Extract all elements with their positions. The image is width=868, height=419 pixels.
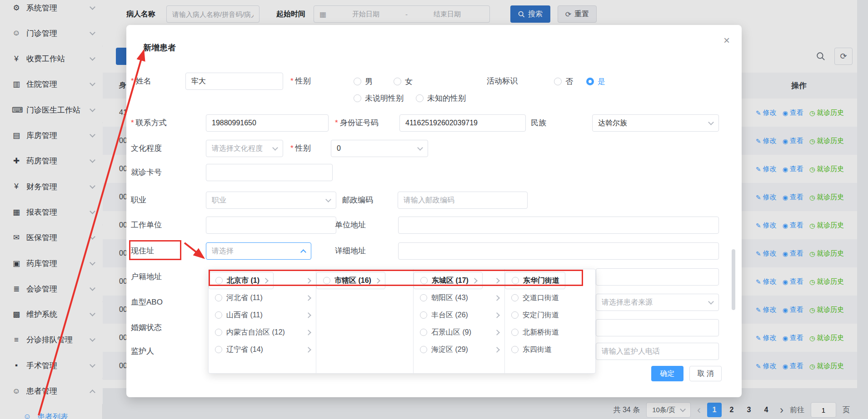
radio-active-no[interactable]: 否: [554, 73, 573, 90]
chevron-right-icon: [305, 278, 311, 284]
cascader-option-label: 河北省 (11): [226, 293, 302, 303]
cascader-option-label: 北京市 (1): [227, 276, 259, 286]
marital-status-input[interactable]: [596, 319, 719, 336]
radio-icon: [420, 346, 427, 353]
radio-gender-unstated[interactable]: 未说明性别: [354, 89, 404, 107]
cascader-option-label: 安定门街道: [523, 311, 591, 320]
cascader-option[interactable]: 东四街道: [505, 341, 596, 358]
chevron-down-icon: [708, 119, 714, 125]
cascader-option[interactable]: 河北省 (11): [209, 289, 316, 306]
cascader-option[interactable]: 北京市 (1): [209, 272, 274, 289]
cascader-option[interactable]: 北新桥街道: [505, 324, 596, 341]
ethnicity-label: 民族: [531, 114, 546, 132]
current-address-label: 现住址: [131, 242, 154, 260]
modal-scrollbar[interactable]: [732, 249, 735, 310]
cascader-column-4: 东华门街道景山街道交道口街道安定门街道北新桥街道东四街道: [505, 269, 596, 373]
cascader-option-label: 市辖区 (16): [334, 276, 371, 286]
cascader-option[interactable]: 安定门街道: [505, 306, 596, 324]
chevron-right-icon: [494, 312, 500, 318]
cascader-option[interactable]: 交道口街道: [505, 289, 596, 306]
radio-icon: [215, 346, 222, 353]
visit-card-label: 就诊卡号: [131, 164, 162, 181]
radio-icon: [215, 329, 222, 336]
cascader-option[interactable]: 石景山区 (9): [414, 324, 504, 341]
education-label: 文化程度: [131, 140, 162, 157]
chevron-right-icon: [472, 278, 478, 284]
radio-checked-icon: [586, 78, 594, 85]
detail-address-input[interactable]: [398, 242, 719, 260]
close-icon[interactable]: ×: [723, 34, 730, 47]
radio-gender-unknown[interactable]: 未知的性别: [416, 89, 466, 107]
chevron-right-icon: [494, 295, 500, 301]
radio-icon: [420, 294, 427, 301]
occupation-select[interactable]: 职业: [206, 192, 336, 209]
contact-label: *联系方式: [131, 114, 167, 132]
postal-code-label: 邮政编码: [342, 192, 373, 209]
chevron-right-icon: [494, 330, 500, 335]
chevron-down-icon: [325, 197, 331, 202]
cascader-option-label: 山西省 (11): [226, 311, 302, 320]
add-patient-dialog: 新增患者 × *姓名 *性别 男 女 活动标识 否 是 未说明性别 未知的性别 …: [126, 25, 742, 397]
radio-active-yes[interactable]: 是: [586, 73, 605, 90]
household-address-input[interactable]: [596, 268, 719, 286]
dialog-title: 新增患者: [143, 42, 176, 53]
chevron-right-icon: [305, 347, 311, 353]
patient-source-select[interactable]: 请选择患者来源: [596, 294, 719, 311]
postal-code-input[interactable]: [398, 192, 528, 209]
chevron-down-icon: [272, 145, 278, 151]
gender-code-select[interactable]: 0: [331, 140, 428, 157]
chevron-right-icon: [374, 278, 380, 284]
radio-icon: [420, 311, 427, 319]
cascader-option[interactable]: 东华门街道: [505, 272, 565, 289]
chevron-right-icon: [305, 330, 311, 335]
confirm-button[interactable]: 确定: [651, 366, 683, 381]
gender-code-label: *性别: [290, 140, 311, 157]
cascader-option[interactable]: 丰台区 (26): [414, 306, 504, 324]
cascader-column-2: 市辖区 (16): [316, 269, 414, 373]
guardian-label: 监护人: [131, 343, 154, 360]
radio-icon: [511, 329, 519, 336]
cascader-option[interactable]: 山西省 (11): [209, 306, 316, 324]
occupation-label: 职业: [131, 192, 146, 209]
chevron-down-icon: [708, 299, 714, 305]
gender-label: *性别: [290, 73, 311, 90]
cascader-option-label: 北新桥街道: [523, 328, 591, 337]
ethnicity-select[interactable]: 达斡尔族: [592, 114, 719, 132]
radio-icon: [511, 346, 519, 353]
radio-icon: [420, 329, 427, 336]
blood-type-label: 血型ABO: [131, 294, 163, 311]
guardian-phone-input[interactable]: [596, 343, 719, 360]
radio-icon: [420, 277, 428, 284]
unit-address-label: 单位地址: [335, 217, 366, 234]
cascader-option[interactable]: 海淀区 (29): [414, 341, 504, 358]
cancel-button[interactable]: 取 消: [689, 366, 722, 381]
marital-status-label: 婚姻状态: [131, 319, 162, 336]
radio-icon: [354, 78, 361, 85]
household-address-label: 户籍地址: [131, 268, 162, 286]
cascader-option[interactable]: 东城区 (17): [414, 272, 483, 289]
radio-icon: [323, 277, 330, 284]
cascader-option-label: 丰台区 (26): [431, 311, 491, 320]
contact-input[interactable]: [206, 114, 329, 132]
cascader-option-label: 海淀区 (29): [431, 345, 491, 355]
current-address-select[interactable]: 请选择: [206, 242, 311, 260]
cascader-column-3: 东城区 (17)西城区 (15)朝阳区 (43)丰台区 (26)石景山区 (9)…: [414, 269, 505, 373]
cascader-option-label: 辽宁省 (14): [226, 345, 302, 355]
id-number-input[interactable]: [399, 114, 526, 132]
cascader-panel: 北京市 (1)天津市 (1)河北省 (11)山西省 (11)内蒙古自治区 (12…: [208, 269, 596, 374]
radio-icon: [416, 94, 424, 102]
cascader-option[interactable]: 市辖区 (16): [316, 272, 385, 289]
cascader-column-1: 北京市 (1)天津市 (1)河北省 (11)山西省 (11)内蒙古自治区 (12…: [209, 269, 316, 373]
name-input[interactable]: [185, 73, 283, 90]
visit-card-input[interactable]: [206, 164, 333, 181]
radio-male[interactable]: 男: [354, 73, 373, 90]
cascader-option[interactable]: 辽宁省 (14): [209, 341, 316, 358]
radio-female[interactable]: 女: [394, 73, 413, 90]
work-unit-input[interactable]: [206, 217, 336, 234]
education-select[interactable]: 请选择文化程度: [206, 140, 283, 157]
cascader-option-label: 交道口街道: [523, 293, 591, 303]
cascader-option[interactable]: 朝阳区 (43): [414, 289, 504, 306]
unit-address-input[interactable]: [398, 217, 719, 234]
radio-icon: [215, 311, 222, 319]
cascader-option[interactable]: 内蒙古自治区 (12): [209, 324, 316, 341]
